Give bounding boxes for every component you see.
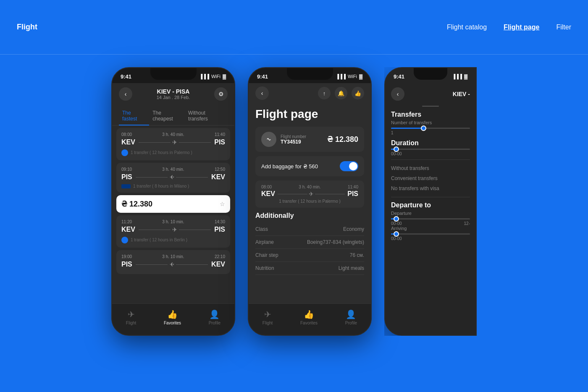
like-button[interactable]: 👍	[352, 87, 364, 99]
seg-arr-time: 11:40	[348, 185, 358, 189]
seg-line: ✈	[278, 191, 345, 197]
airline-logo-p2	[261, 132, 276, 147]
departure-range-row: 00-00 12-	[391, 221, 470, 226]
flight-card-4[interactable]: 19:00 3 h. 10 min. 22:10 PIS ✈ KEV	[116, 250, 230, 274]
share-button[interactable]: ↑	[318, 87, 331, 99]
plane-icon-2: ✈	[169, 174, 174, 180]
airline-card: Flight number TY34519 ₴ 12.380	[255, 127, 364, 152]
nav-filter[interactable]: Filter	[556, 24, 571, 31]
profile-nav-icon-1: 👤	[209, 309, 220, 319]
favorites-nav-icon-1: 👍	[167, 309, 178, 319]
airline-logo-1	[121, 149, 128, 156]
tab-cheapest[interactable]: The cheapest	[149, 108, 185, 125]
signal-icon: ▐▐▐	[200, 74, 209, 79]
detail-row-class: Class Economy	[255, 223, 364, 236]
flight-segment: 08:00 3 h. 40 min. 11:40 KEV ✈ PIS 1 tr	[255, 180, 364, 208]
baggage-text: Add baggage for ₴ 560	[261, 163, 318, 170]
detail-value-airplane: Boeing737-834 (winglets)	[307, 239, 364, 245]
option-convenient[interactable]: Convenient transfers	[391, 173, 470, 183]
flight-line-2: ✈	[136, 174, 208, 180]
page-title: Flight page	[255, 107, 364, 121]
price-card[interactable]: ₴ 12.380 ☆	[116, 195, 230, 213]
flight-line-3: ✈	[139, 226, 211, 233]
transfers-slider[interactable]	[391, 128, 470, 129]
nav-flight-catalog[interactable]: Flight catalog	[447, 24, 487, 31]
status-time-1: 9:41	[121, 73, 131, 80]
nav-favorites-2[interactable]: 👍 Favorites	[300, 309, 318, 325]
nav-flight-2[interactable]: ✈ Flight	[262, 309, 273, 325]
status-icons-3: ▐▐▐ ▓	[452, 74, 467, 79]
toggle-knob	[349, 162, 357, 170]
bell-button[interactable]: 🔔	[335, 87, 347, 99]
battery-icon-3: ▓	[464, 74, 467, 79]
line-bar-3b	[179, 230, 211, 230]
nav-profile-1[interactable]: 👤 Profile	[209, 309, 220, 325]
flight-nav-label-2: Flight	[262, 321, 273, 325]
option-no-visa[interactable]: No transfers with visa	[391, 183, 470, 193]
detail-label-nutrition: Nutrition	[255, 265, 274, 271]
arr-time-1: 11:40	[215, 132, 225, 137]
phone-filter-partial: 9:41 ▐▐▐ ▓ ‹ KIEV - Transfers Number of …	[384, 67, 477, 336]
departure-slider[interactable]	[391, 218, 470, 220]
duration-slider[interactable]	[391, 149, 470, 150]
duration-3: 3 h. 10 min.	[162, 220, 184, 224]
duration-slider-thumb[interactable]	[394, 146, 399, 152]
arr-time-2: 12:50	[215, 167, 225, 172]
nav-flight-1[interactable]: ✈ Flight	[126, 309, 136, 325]
plane-icon-1: ✈	[172, 139, 177, 146]
detail-label-class: Class	[255, 226, 268, 232]
flight-nav-icon-1: ✈	[128, 309, 135, 319]
additionally-section: Additionally Class Economy Airplane Boei…	[255, 212, 364, 275]
detail-value-nutrition: Light meals	[339, 265, 364, 271]
flight-card-1[interactable]: 08:00 3 h. 40 min. 11:40 KEV ✈ PIS	[116, 128, 230, 160]
transfers-title: Transfers	[391, 111, 470, 118]
back-button-1[interactable]: ‹	[119, 87, 132, 101]
dep-time-4: 19:00	[121, 254, 132, 259]
back-button-2[interactable]: ‹	[255, 86, 269, 100]
departure-slider-thumb[interactable]	[394, 216, 399, 222]
additionally-title: Additionally	[255, 212, 364, 220]
seg-transfer: 1 transfer ( 12 hours in Palermo )	[261, 199, 358, 204]
dep-time-3: 11:20	[121, 220, 132, 224]
dep-time-1: 08:00	[121, 132, 132, 137]
transfers-slider-fill	[391, 128, 423, 129]
airline-text: Flight number TY34519	[281, 134, 306, 145]
signal-icon-3: ▐▐▐	[452, 74, 462, 79]
flight-card-3[interactable]: 11:20 3 h. 10 min. 14:30 KEV ✈ PIS	[116, 215, 230, 248]
arriving-slider[interactable]	[391, 233, 470, 235]
transfer-info-3: 1 transfer ( 12 hours in Berlin )	[131, 238, 187, 242]
seg-dep-time: 08:00	[261, 185, 272, 189]
wifi-icon: WiFi	[211, 74, 220, 79]
tab-fastest[interactable]: The fastest	[119, 108, 149, 125]
phone-flight-catalog: 9:41 ▐▐▐ WiFi ▓ ‹ KIEV - PISA 14 Jan . 2…	[111, 67, 235, 336]
transfer-info-2: 1 transfer ( 8 hours in Milano )	[133, 184, 189, 188]
option-no-transfers[interactable]: Without transfers	[391, 163, 470, 173]
nav-profile-2[interactable]: 👤 Profile	[345, 309, 357, 325]
filter-button[interactable]: ⚙	[214, 87, 228, 101]
detail-value-chair: 76 см.	[350, 252, 364, 258]
line-bar-1b	[179, 142, 211, 143]
price-row: ₴ 12.380 ☆	[121, 199, 225, 209]
back-button-3[interactable]: ‹	[391, 87, 404, 101]
price-label: ₴ 12.380	[121, 199, 152, 209]
line-bar-1	[139, 142, 171, 143]
arr-airport-2: KEV	[211, 173, 225, 181]
flight-card-2[interactable]: 09:10 3 h. 40 min. 12:50 PIS ✈ KEV	[116, 163, 230, 193]
phone2-actions: ↑ 🔔 👍	[318, 87, 364, 99]
flight-num: TY34519	[281, 139, 306, 145]
dep-from-val: 00-00	[391, 221, 402, 226]
profile-nav-label-2: Profile	[345, 321, 357, 325]
line-bar-4	[136, 264, 168, 265]
tab-no-transfers[interactable]: Without transfers	[185, 108, 228, 125]
phone1-header: ‹ KIEV - PISA 14 Jan . 28 Feb. ⚙	[112, 83, 234, 105]
phones-container: 9:41 ▐▐▐ WiFi ▓ ‹ KIEV - PISA 14 Jan . 2…	[0, 55, 588, 336]
duration-4: 3 h. 10 min.	[162, 254, 184, 259]
plane-icon-4: ✈	[169, 261, 174, 268]
nav-flight-page[interactable]: Flight page	[504, 24, 539, 31]
status-icons-2: ▐▐▐ WiFi ▓	[336, 74, 362, 79]
flight-line-4: ✈	[136, 261, 208, 268]
nav-favorites-1[interactable]: 👍 Favorites	[164, 309, 181, 325]
star-icon[interactable]: ☆	[220, 201, 225, 207]
arriving-slider-thumb[interactable]	[394, 231, 399, 237]
baggage-toggle[interactable]	[340, 161, 358, 171]
